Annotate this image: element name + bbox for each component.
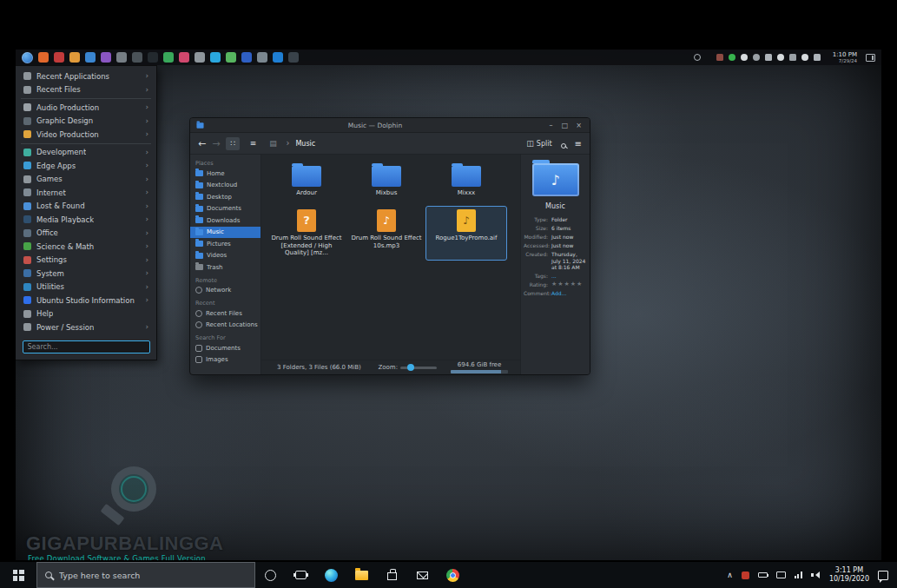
forward-button[interactable]: → [212,139,220,149]
place-home[interactable]: Home [190,168,261,180]
mail-button[interactable] [407,562,438,588]
file-item-drum-roll-extended[interactable]: ?Drum Roll Sound Effect [Extended / High… [267,207,346,260]
panel-app-icon[interactable] [148,52,158,63]
place-downloads[interactable]: Downloads [190,215,261,227]
split-button[interactable]: ◫Split [526,139,551,148]
menu-item-utilities[interactable]: Utilities› [16,281,156,294]
cortana-button[interactable] [255,562,286,588]
tray-icon[interactable] [789,54,796,61]
search-documents-item[interactable]: Documents [190,342,261,354]
panel-app-icon[interactable] [257,52,267,63]
info-tray-icon[interactable] [694,54,701,61]
panel-app-icon[interactable] [210,52,221,63]
tray-icon[interactable] [753,54,760,61]
place-trash[interactable]: Trash [190,261,261,274]
file-item-drum-roll-mp3[interactable]: ♪Drum Roll Sound Effect 10s.mp3 [346,207,426,260]
close-button[interactable]: × [574,122,584,129]
panel-app-icon[interactable] [288,52,299,63]
file-explorer-button[interactable] [346,562,377,588]
breadcrumb-location[interactable]: Music [295,140,315,148]
panel-layout-icon[interactable] [866,54,875,62]
tags-edit-link[interactable]: ... [551,273,587,280]
menu-item-development[interactable]: Development› [16,146,156,160]
menu-item-games[interactable]: Games› [16,173,156,187]
place-pictures[interactable]: Pictures [190,238,261,250]
menu-item-edge-apps[interactable]: Edge Apps› [16,159,156,173]
place-nextcloud[interactable]: Nextcloud [190,180,261,192]
panel-app-icon[interactable] [69,52,80,63]
menu-search-input[interactable] [23,340,150,353]
volume-tray-icon[interactable] [801,54,808,61]
store-button[interactable] [377,562,407,588]
task-view-button[interactable] [286,562,316,588]
menu-item-science-math[interactable]: Science & Math› [16,240,156,254]
panel-app-icon[interactable] [195,52,205,63]
hamburger-menu-button[interactable]: ≡ [575,139,582,149]
start-button[interactable] [0,562,36,588]
app-menu-button[interactable] [22,52,33,63]
menu-item-power-session[interactable]: Power / Session› [16,320,156,334]
search-images-item[interactable]: Images [190,354,261,367]
taskbar-search-input[interactable] [59,571,247,580]
maximize-button[interactable]: □ [560,122,570,129]
battery-icon[interactable] [758,572,768,578]
menu-item-recent-files[interactable]: Recent Files› [16,83,156,97]
menu-item-video-production[interactable]: Video Production› [16,128,156,142]
display-icon[interactable] [776,571,786,578]
panel-app-icon[interactable] [38,52,49,63]
menu-item-internet[interactable]: Internet› [16,186,156,200]
network-icon[interactable] [795,571,802,578]
panel-app-icon[interactable] [226,52,236,63]
comment-edit-link[interactable]: Add... [551,290,587,297]
tray-icon[interactable] [765,54,772,61]
file-item-ardour[interactable]: Ardour [267,161,346,200]
icons-view-button[interactable]: ∷ [226,137,240,150]
recent-files-item[interactable]: Recent Files [190,307,261,320]
zoom-slider[interactable] [400,367,437,369]
details-view-button[interactable]: ≡ [246,137,260,150]
chrome-button[interactable] [438,562,468,588]
panel-app-icon[interactable] [132,52,142,63]
menu-item-settings[interactable]: Settings› [16,254,156,268]
tray-icon[interactable] [741,54,748,61]
taskbar-search[interactable] [36,562,255,588]
menu-item-audio-production[interactable]: Audio Production› [16,101,156,115]
panel-app-icon[interactable] [273,52,283,63]
place-documents[interactable]: Documents [190,203,261,215]
taskbar-clock[interactable]: 3:11 PM 10/19/2020 [829,566,869,585]
menu-item-office[interactable]: Office› [16,227,156,241]
tray-expand-icon[interactable]: ∧ [727,571,733,579]
tray-icon[interactable] [777,54,784,61]
menu-item-ubuntu-studio-information[interactable]: Ubuntu Studio Information› [16,294,156,307]
volume-icon[interactable] [811,571,821,579]
menu-item-media-playback[interactable]: Media Playback› [16,213,156,227]
recent-locations-item[interactable]: Recent Locations [190,320,261,332]
tray-icon[interactable] [814,54,821,61]
menu-item-system[interactable]: System› [16,267,156,281]
panel-app-icon[interactable] [116,52,127,63]
file-item-mixbus[interactable]: Mixbus [346,161,426,200]
back-button[interactable]: ← [198,139,206,149]
compact-view-button[interactable]: ▤ [266,137,280,150]
rating-stars[interactable]: ★★★★★ [551,281,587,288]
minimize-button[interactable]: – [546,122,556,129]
place-videos[interactable]: Videos [190,250,261,262]
search-button[interactable] [561,135,566,152]
menu-item-graphic-design[interactable]: Graphic Design› [16,115,156,129]
panel-clock[interactable]: 1:10 PM 7/29/24 [833,51,857,64]
menu-item-lost-and-found[interactable]: Lost & Found› [16,200,156,214]
panel-app-icon[interactable] [179,52,189,63]
panel-app-icon[interactable] [241,52,252,63]
menu-item-recent-applications[interactable]: Recent Applications› [16,69,156,83]
panel-app-icon[interactable] [85,52,96,63]
zoom-slider-knob[interactable] [407,364,414,371]
file-item-mixxx[interactable]: Mixxx [426,161,506,200]
edge-button[interactable] [316,562,346,588]
dolphin-titlebar[interactable]: Music — Dolphin – □ × [190,118,590,133]
panel-app-icon[interactable] [54,52,64,63]
action-center-icon[interactable] [878,571,888,580]
place-desktop[interactable]: Desktop [190,191,261,203]
updates-tray-icon[interactable] [729,54,735,61]
file-item-rogue1toypromo[interactable]: ♪Rogue1ToyPromo.aif [426,207,506,260]
menu-item-help[interactable]: Help [16,307,156,321]
